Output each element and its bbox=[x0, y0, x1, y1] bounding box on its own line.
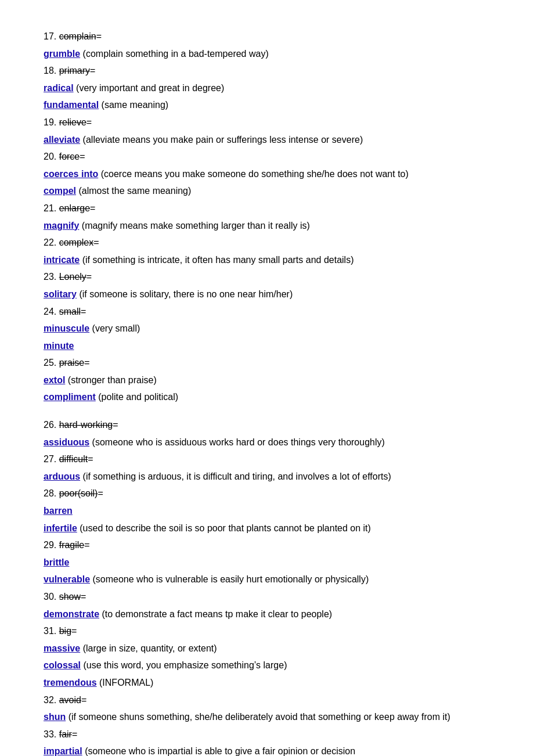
synonym-line: arduous (if something is arduous, it is … bbox=[44, 469, 490, 484]
synonym-definition: (same meaning) bbox=[102, 100, 169, 110]
synonym-word: tremendous bbox=[44, 678, 97, 687]
synonym-word: extol bbox=[44, 375, 65, 385]
entry-number-32: 32. avoid= bbox=[44, 693, 490, 708]
entry-number-17: 17. complain= bbox=[44, 29, 490, 44]
synonym-word: compel bbox=[44, 186, 76, 196]
synonym-definition: (if something is intricate, it often has… bbox=[82, 255, 354, 265]
synonym-word: intricate bbox=[44, 255, 80, 265]
entry-number-23: 23. Lonely= bbox=[44, 269, 490, 285]
synonym-definition: (almost the same meaning) bbox=[78, 186, 191, 196]
synonym-word: infertile bbox=[44, 523, 77, 533]
entry-number-29: 29. fragile= bbox=[44, 538, 490, 553]
synonym-word: vulnerable bbox=[44, 574, 90, 584]
synonym-definition: (to demonstrate a fact means tp make it … bbox=[102, 609, 332, 619]
entry-number-21: 21. enlarge= bbox=[44, 201, 490, 216]
entry-number-22: 22. complex= bbox=[44, 235, 490, 250]
synonym-definition: (very small) bbox=[92, 323, 140, 333]
entry-number-28: 28. poor(soil)= bbox=[44, 486, 490, 501]
synonym-line: radical (very important and great in deg… bbox=[44, 81, 490, 96]
synonym-line: intricate (if something is intricate, it… bbox=[44, 253, 490, 268]
synonym-line: compliment (polite and political) bbox=[44, 390, 490, 405]
vocabulary-list: 17. complain=grumble (complain something… bbox=[44, 29, 490, 756]
synonym-definition: (complain something in a bad-tempered wa… bbox=[83, 49, 269, 59]
entry-number-31: 31. big= bbox=[44, 624, 490, 639]
synonym-definition: (INFORMAL) bbox=[99, 678, 153, 687]
synonym-definition: (someone who is impartial is able to giv… bbox=[85, 746, 355, 756]
entry-number-33: 33. fair= bbox=[44, 727, 490, 742]
synonym-word: colossal bbox=[44, 660, 81, 670]
synonym-line: extol (stronger than praise) bbox=[44, 373, 490, 388]
synonym-definition: (if something is arduous, it is difficul… bbox=[83, 471, 391, 481]
synonym-line: impartial (someone who is impartial is a… bbox=[44, 744, 490, 756]
entry-number-26: 26. hard-working= bbox=[44, 417, 490, 433]
synonym-line: magnify (magnify means make something la… bbox=[44, 218, 490, 233]
entry-number-30: 30. show= bbox=[44, 589, 490, 604]
synonym-line: demonstrate (to demonstrate a fact means… bbox=[44, 607, 490, 622]
synonym-definition: (polite and political) bbox=[98, 392, 178, 402]
synonym-definition: (large in size, quantity, or extent) bbox=[83, 643, 217, 653]
synonym-word: brittle bbox=[44, 557, 69, 567]
entry-number-18: 18. primary= bbox=[44, 63, 490, 78]
synonym-word: compliment bbox=[44, 392, 96, 402]
synonym-definition: (alleviate means you make pain or suffer… bbox=[83, 135, 363, 145]
synonym-line: coerces into (coerce means you make some… bbox=[44, 167, 490, 182]
synonym-line: colossal (use this word, you emphasize s… bbox=[44, 658, 490, 673]
synonym-line: solitary (if someone is solitary, there … bbox=[44, 287, 490, 302]
synonym-line: brittle bbox=[44, 555, 490, 570]
synonym-word: demonstrate bbox=[44, 609, 99, 619]
synonym-line: barren bbox=[44, 503, 490, 519]
entry-number-20: 20. force= bbox=[44, 149, 490, 164]
synonym-line: minuscule (very small) bbox=[44, 321, 490, 336]
synonym-line: shun (if someone shuns something, she/he… bbox=[44, 710, 490, 725]
synonym-definition: (very important and great in degree) bbox=[76, 83, 224, 93]
synonym-definition: (coerce means you make someone do someth… bbox=[101, 169, 409, 179]
entry-number-25: 25. praise= bbox=[44, 355, 490, 370]
synonym-definition: (magnify means make something larger tha… bbox=[82, 221, 310, 231]
synonym-definition: (stronger than praise) bbox=[68, 375, 157, 385]
synonym-word: magnify bbox=[44, 221, 79, 231]
synonym-definition: (used to describe the soil is so poor th… bbox=[80, 523, 371, 533]
synonym-word: barren bbox=[44, 506, 73, 516]
synonym-line: alleviate (alleviate means you make pain… bbox=[44, 132, 490, 147]
synonym-line: assiduous (someone who is assiduous work… bbox=[44, 435, 490, 450]
synonym-line: massive (large in size, quantity, or ext… bbox=[44, 641, 490, 656]
synonym-line: compel (almost the same meaning) bbox=[44, 183, 490, 199]
synonym-definition: (if someone is solitary, there is no one… bbox=[79, 289, 293, 299]
synonym-definition: (if someone shuns something, she/he deli… bbox=[68, 712, 450, 722]
entry-number-19: 19. relieve= bbox=[44, 115, 490, 130]
synonym-word: radical bbox=[44, 83, 74, 93]
synonym-word: grumble bbox=[44, 49, 80, 59]
synonym-word: alleviate bbox=[44, 135, 80, 145]
synonym-line: grumble (complain something in a bad-tem… bbox=[44, 46, 490, 62]
synonym-word: coerces into bbox=[44, 169, 98, 179]
synonym-word: assiduous bbox=[44, 437, 89, 447]
synonym-definition: (someone who is vulnerable is easily hur… bbox=[92, 574, 369, 584]
synonym-line: infertile (used to describe the soil is … bbox=[44, 521, 490, 536]
synonym-word: impartial bbox=[44, 746, 82, 756]
entry-number-24: 24. small= bbox=[44, 304, 490, 319]
synonym-word: massive bbox=[44, 643, 80, 653]
synonym-word: minuscule bbox=[44, 323, 89, 333]
synonym-definition: (use this word, you emphasize something’… bbox=[83, 660, 287, 670]
synonym-definition: (someone who is assiduous works hard or … bbox=[92, 437, 385, 447]
synonym-word: shun bbox=[44, 712, 66, 722]
synonym-word: minute bbox=[44, 341, 74, 351]
synonym-word: arduous bbox=[44, 471, 80, 481]
synonym-line: minute bbox=[44, 339, 490, 354]
synonym-word: fundamental bbox=[44, 100, 99, 110]
synonym-line: vulnerable (someone who is vulnerable is… bbox=[44, 572, 490, 587]
entry-number-27: 27. difficult= bbox=[44, 452, 490, 467]
synonym-line: fundamental (same meaning) bbox=[44, 98, 490, 113]
synonym-line: tremendous (INFORMAL) bbox=[44, 675, 490, 690]
synonym-word: solitary bbox=[44, 289, 77, 299]
